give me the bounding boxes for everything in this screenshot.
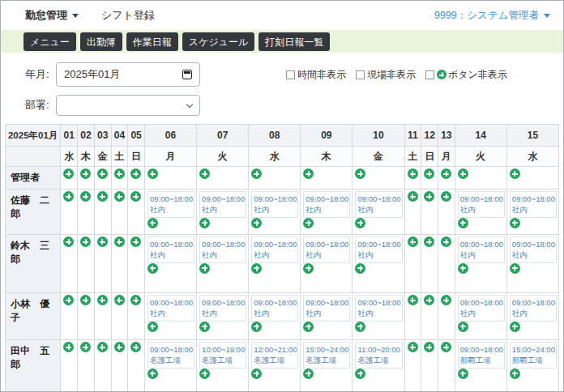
add-shift-button[interactable]	[97, 236, 108, 247]
add-shift-button[interactable]	[251, 322, 262, 332]
add-shift-button[interactable]	[408, 295, 418, 305]
add-shift-button[interactable]	[424, 295, 434, 305]
shift-entry[interactable]: 09:00~18:00社内	[199, 191, 246, 218]
shift-entry[interactable]: 09:00~18:00社内	[251, 295, 298, 322]
app-menu-dropdown[interactable]: 勤怠管理	[25, 8, 79, 23]
add-shift-button[interactable]	[63, 295, 74, 305]
add-shift-button[interactable]	[355, 322, 365, 332]
nav-button-schedule[interactable]: スケジュール	[182, 32, 254, 51]
nav-button-punch-report-list[interactable]: 打刻日報一覧	[258, 32, 330, 51]
shift-entry[interactable]: 09:00~18:00社内	[510, 236, 557, 263]
shift-entry[interactable]: 09:00~18:00社内	[147, 191, 194, 218]
add-shift-button[interactable]	[199, 168, 210, 179]
add-shift-button[interactable]	[303, 218, 314, 228]
add-shift-button[interactable]	[251, 369, 262, 379]
add-shift-button[interactable]	[199, 322, 210, 332]
shift-entry[interactable]: 09:00~18:00社内	[251, 191, 298, 218]
add-shift-button[interactable]	[408, 236, 418, 247]
add-shift-button[interactable]	[424, 236, 434, 247]
add-shift-button[interactable]	[114, 191, 125, 202]
add-shift-button[interactable]	[355, 369, 365, 379]
add-shift-button[interactable]	[251, 263, 262, 274]
shift-entry[interactable]: 09:00~18:00社内	[355, 191, 402, 218]
shift-entry[interactable]: 11:00~20:00名護工場	[355, 342, 402, 369]
add-shift-button[interactable]	[424, 168, 434, 179]
month-input[interactable]: 2025年01月	[56, 62, 200, 87]
add-shift-button[interactable]	[441, 191, 451, 202]
add-shift-button[interactable]	[114, 342, 125, 352]
add-shift-button[interactable]	[355, 168, 365, 179]
add-shift-button[interactable]	[97, 342, 108, 352]
add-shift-button[interactable]	[510, 168, 520, 179]
shift-entry[interactable]: 09:00~18:00社内	[251, 236, 298, 263]
shift-entry[interactable]: 09:00~18:00社内	[458, 191, 505, 218]
shift-entry[interactable]: 09:00~18:00那覇工場	[458, 342, 505, 369]
add-shift-button[interactable]	[408, 342, 418, 352]
add-shift-button[interactable]	[147, 369, 158, 379]
add-shift-button[interactable]	[130, 236, 141, 247]
add-shift-button[interactable]	[130, 295, 141, 305]
add-shift-button[interactable]	[63, 236, 74, 247]
shift-entry[interactable]: 09:00~18:00社内	[355, 236, 402, 263]
add-shift-button[interactable]	[510, 322, 520, 332]
add-shift-button[interactable]	[355, 218, 365, 228]
add-shift-button[interactable]	[114, 236, 125, 247]
add-shift-button[interactable]	[80, 295, 91, 305]
add-shift-button[interactable]	[63, 342, 74, 352]
checkbox-hide-site[interactable]: 現場非表示	[356, 68, 416, 82]
shift-entry[interactable]: 12:00~21:00名護工場	[251, 342, 298, 369]
add-shift-button[interactable]	[63, 191, 74, 202]
shift-entry[interactable]: 09:00~18:00名護工場	[147, 342, 194, 369]
add-shift-button[interactable]	[441, 295, 451, 305]
checkbox-hide-time[interactable]: 時間非表示	[286, 68, 346, 82]
add-shift-button[interactable]	[303, 322, 314, 332]
add-shift-button[interactable]	[441, 236, 451, 247]
calendar-icon[interactable]	[182, 70, 192, 79]
add-shift-button[interactable]	[97, 191, 108, 202]
add-shift-button[interactable]	[441, 342, 451, 352]
add-shift-button[interactable]	[199, 218, 210, 228]
checkbox-hide-plus-button[interactable]: ボタン非表示	[425, 68, 507, 82]
add-shift-button[interactable]	[303, 168, 314, 179]
add-shift-button[interactable]	[147, 322, 158, 332]
add-shift-button[interactable]	[80, 342, 91, 352]
add-shift-button[interactable]	[510, 263, 520, 274]
add-shift-button[interactable]	[458, 168, 468, 179]
add-shift-button[interactable]	[408, 191, 418, 202]
add-shift-button[interactable]	[458, 369, 468, 379]
checkbox-icon[interactable]	[286, 70, 295, 79]
shift-entry[interactable]: 09:00~18:00社内	[147, 295, 194, 322]
add-shift-button[interactable]	[424, 191, 434, 202]
add-shift-button[interactable]	[510, 369, 520, 379]
shift-entry[interactable]: 09:00~18:00社内	[458, 236, 505, 263]
shift-entry[interactable]: 09:00~18:00社内	[510, 295, 557, 322]
add-shift-button[interactable]	[303, 369, 314, 379]
shift-entry[interactable]: 09:00~18:00社内	[303, 236, 350, 263]
checkbox-icon[interactable]	[356, 70, 365, 79]
shift-entry[interactable]: 09:00~18:00社内	[199, 236, 246, 263]
add-shift-button[interactable]	[147, 263, 158, 274]
add-shift-button[interactable]	[80, 191, 91, 202]
checkbox-icon[interactable]	[425, 70, 434, 79]
department-select[interactable]	[56, 95, 200, 116]
add-shift-button[interactable]	[199, 263, 210, 274]
add-shift-button[interactable]	[251, 168, 262, 179]
add-shift-button[interactable]	[130, 342, 141, 352]
add-shift-button[interactable]	[97, 168, 108, 179]
add-shift-button[interactable]	[510, 218, 520, 228]
shift-entry[interactable]: 09:00~18:00社内	[355, 295, 402, 322]
add-shift-button[interactable]	[80, 168, 91, 179]
add-shift-button[interactable]	[408, 168, 418, 179]
add-shift-button[interactable]	[114, 168, 125, 179]
add-shift-button[interactable]	[199, 369, 210, 379]
nav-button-work-report[interactable]: 作業日報	[126, 32, 178, 51]
shift-entry[interactable]: 09:00~18:00社内	[458, 295, 505, 322]
nav-button-menu[interactable]: メニュー	[24, 32, 76, 51]
add-shift-button[interactable]	[130, 191, 141, 202]
add-shift-button[interactable]	[63, 168, 74, 179]
shift-entry[interactable]: 09:00~18:00社内	[199, 295, 246, 322]
add-shift-button[interactable]	[458, 263, 468, 274]
add-shift-button[interactable]	[441, 168, 451, 179]
shift-entry[interactable]: 09:00~18:00社内	[303, 191, 350, 218]
add-shift-button[interactable]	[147, 218, 158, 228]
